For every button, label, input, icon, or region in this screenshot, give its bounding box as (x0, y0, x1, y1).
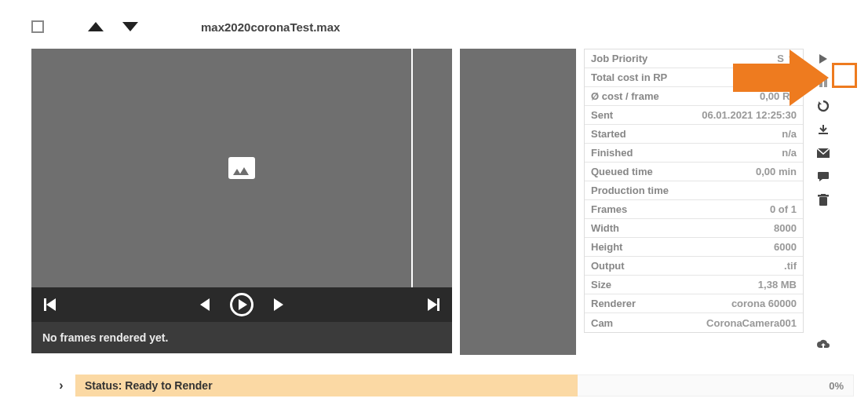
info-label: Ø cost / frame (591, 90, 659, 102)
skip-first-button[interactable] (44, 298, 56, 311)
info-label: Started (591, 128, 626, 140)
info-value: 0,00 min (756, 166, 797, 177)
info-label: Cam (591, 317, 613, 329)
info-value: CoronaCamera001 (706, 317, 797, 329)
preview-column: No frames rendered yet. (31, 49, 452, 353)
svg-rect-4 (819, 197, 827, 206)
info-label: Renderer (591, 298, 636, 309)
next-button[interactable] (274, 298, 283, 311)
pause-button[interactable] (815, 74, 832, 91)
info-row: Finishedn/a (585, 144, 803, 163)
info-value: 0,00 RP (760, 90, 797, 102)
info-value: 0 of 1 (770, 203, 797, 215)
info-label: Queued time (591, 166, 653, 177)
info-value: 8000 (774, 222, 797, 234)
info-label: Height (591, 241, 622, 253)
select-job-checkbox[interactable] (31, 20, 44, 33)
info-value: S (777, 53, 784, 64)
info-label: Output (591, 260, 625, 272)
info-row: CamCoronaCamera001 (585, 313, 803, 332)
info-value: RP (782, 71, 797, 83)
skip-last-button[interactable] (428, 298, 439, 311)
svg-rect-6 (821, 194, 826, 196)
previous-button[interactable] (200, 298, 210, 311)
info-value: n/a (782, 128, 797, 140)
info-value: 1,38 MB (758, 279, 797, 291)
download-button[interactable] (815, 121, 832, 138)
info-label: Job Priority (591, 53, 647, 64)
job-info-table: Job PrioritySTotal cost in RPRPØ cost / … (584, 49, 804, 333)
restart-button[interactable] (815, 97, 832, 115)
info-row: Output.tif (585, 257, 803, 276)
info-row: Production time (585, 181, 803, 200)
info-row: Size1,38 MB (585, 276, 803, 294)
preview-viewport (31, 49, 452, 287)
svg-rect-2 (819, 133, 828, 134)
info-row: Startedn/a (585, 125, 803, 144)
job-filename: max2020coronaTest.max (201, 20, 340, 34)
info-value: n/a (782, 147, 797, 159)
info-row: Ø cost / frame0,00 RP (585, 87, 803, 106)
start-button[interactable] (815, 50, 832, 68)
chat-button[interactable] (815, 168, 832, 185)
sort-down-icon[interactable] (122, 22, 138, 31)
info-row: Height6000 (585, 238, 803, 257)
info-label: Total cost in RP (591, 71, 667, 83)
sort-up-icon[interactable] (88, 22, 104, 31)
thumbnail-strip (460, 49, 576, 355)
info-label: Production time (591, 185, 669, 196)
info-label: Frames (591, 203, 627, 215)
info-row: Renderercorona 60000 (585, 294, 803, 313)
info-label: Sent (591, 109, 613, 121)
play-button[interactable] (230, 293, 253, 316)
info-label: Width (591, 222, 619, 234)
progress-percent: 0% (829, 380, 844, 392)
info-value: .tif (784, 260, 797, 272)
chevron-down-icon[interactable] (789, 57, 797, 61)
info-value: 06.01.2021 12:25:30 (702, 109, 797, 121)
info-row: Total cost in RPRP (585, 68, 803, 87)
info-value: corona 60000 (731, 298, 797, 309)
preview-status-text: No frames rendered yet. (31, 322, 452, 353)
info-value: 6000 (774, 241, 797, 253)
image-placeholder-icon (228, 157, 255, 179)
info-row: Sent06.01.2021 12:25:30 (585, 106, 803, 125)
info-row: Queued time0,00 min (585, 163, 803, 181)
email-button[interactable] (815, 144, 832, 162)
job-actions (811, 49, 835, 355)
player-controls (31, 287, 452, 322)
delete-button[interactable] (815, 192, 832, 209)
info-row[interactable]: Job PriorityS (585, 49, 803, 68)
cloud-upload-button[interactable] (815, 336, 832, 353)
info-label: Finished (591, 147, 633, 159)
status-label: Status: Ready to Render (75, 375, 578, 397)
svg-rect-1 (824, 78, 827, 87)
info-label: Size (591, 279, 611, 291)
expand-chevron-icon[interactable]: › (47, 378, 75, 393)
info-row: Width8000 (585, 219, 803, 238)
svg-rect-0 (819, 78, 822, 87)
info-row: Frames0 of 1 (585, 200, 803, 219)
